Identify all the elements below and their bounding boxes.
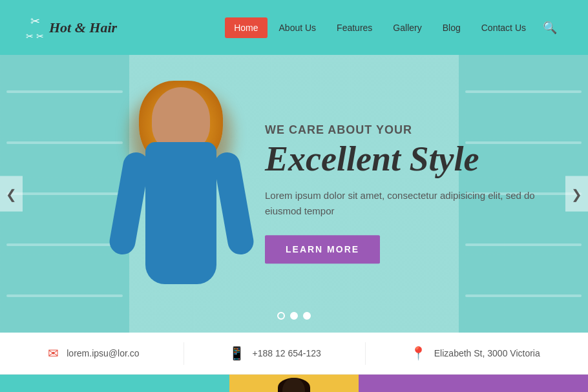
- model-body: [145, 142, 216, 284]
- slider-arrow-left[interactable]: ❮: [0, 176, 23, 212]
- model-figure: [78, 74, 284, 333]
- nav-item-about[interactable]: About Us: [270, 17, 326, 38]
- slider-arrow-right[interactable]: ❯: [565, 176, 588, 212]
- search-icon[interactable]: 🔍: [538, 15, 562, 40]
- info-address: 📍 Elizabeth St, 3000 Victoria: [410, 346, 540, 361]
- info-divider-2: [365, 342, 366, 365]
- logo-area: ✂ ✂ ✂ Hot & Hair: [26, 14, 117, 41]
- scissors-icon: ✂ ✂ ✂: [26, 14, 44, 41]
- address-text: Elizabeth St, 3000 Victoria: [434, 348, 540, 358]
- info-divider-1: [184, 342, 184, 365]
- phone-text: +188 12 654-123: [253, 348, 321, 358]
- info-email: ✉ lorem.ipsu@lor.co: [48, 346, 139, 361]
- nav-item-gallery[interactable]: Gallery: [384, 17, 430, 38]
- learn-more-button[interactable]: LEARN MORE: [265, 236, 380, 264]
- phone-icon: 📱: [229, 346, 245, 361]
- nav-item-blog[interactable]: Blog: [434, 17, 470, 38]
- envelope-icon: ✉: [48, 346, 59, 361]
- info-bar: ✉ lorem.ipsu@lor.co 📱 +188 12 654-123 📍 …: [0, 333, 588, 375]
- hero-section: WE CARE ABOUT YOUR Excellent Style Lorem…: [0, 55, 588, 333]
- hero-content: WE CARE ABOUT YOUR Excellent Style Lorem…: [265, 123, 536, 263]
- bottom-sections: Color Menu Cuts Menu: [0, 375, 588, 392]
- color-menu-section: Color Menu: [0, 375, 229, 392]
- info-phone: 📱 +188 12 654-123: [229, 346, 321, 361]
- site-header: ✂ ✂ ✂ Hot & Hair Home About Us Features …: [0, 0, 588, 55]
- slider-dots: [277, 312, 311, 320]
- hero-subtitle: WE CARE ABOUT YOUR: [265, 123, 536, 137]
- nav-item-home[interactable]: Home: [225, 17, 267, 38]
- center-image-section: [229, 375, 359, 392]
- nav-item-contact[interactable]: Contact Us: [472, 17, 535, 38]
- model-arm-right: [212, 150, 255, 257]
- nav-item-features[interactable]: Features: [328, 17, 381, 38]
- slide-dot-1[interactable]: [277, 312, 285, 320]
- center-person-silhouette: [268, 378, 320, 392]
- slide-dot-2[interactable]: [290, 312, 298, 320]
- slide-dot-3[interactable]: [303, 312, 311, 320]
- main-nav: Home About Us Features Gallery Blog Cont…: [225, 15, 562, 40]
- model-arm-left: [107, 150, 151, 257]
- email-text: lorem.ipsu@lor.co: [67, 348, 139, 358]
- location-icon: 📍: [410, 346, 426, 361]
- hero-description: Lorem ipsum dolor sit amet, consectetur …: [265, 189, 536, 220]
- site-logo: Hot & Hair: [49, 19, 117, 36]
- hero-title: Excellent Style: [265, 140, 536, 178]
- cuts-menu-section: Cuts Menu: [359, 375, 588, 392]
